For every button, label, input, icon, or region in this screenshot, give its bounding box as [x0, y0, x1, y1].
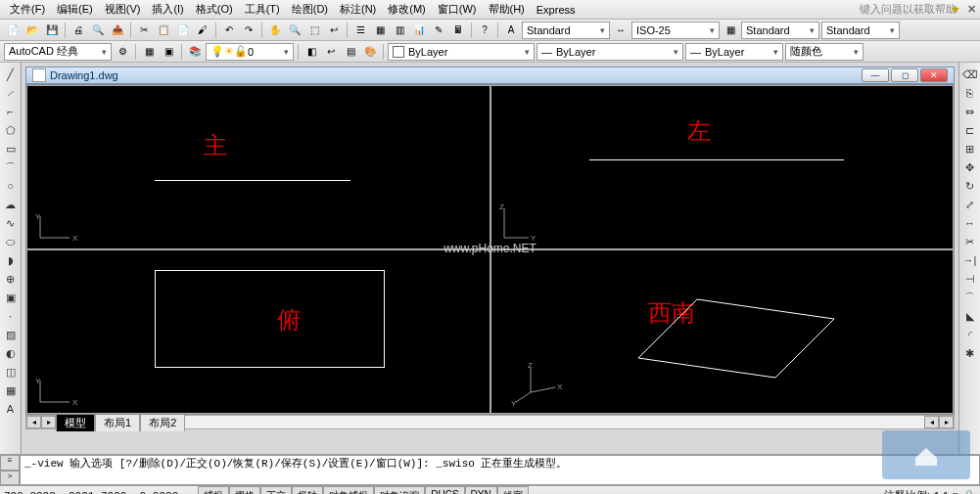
toggle-osnap[interactable]: 对象捕捉 [323, 486, 374, 495]
revcloud-icon[interactable]: ☁ [3, 197, 19, 212]
text-style-combo[interactable]: Standard [522, 22, 610, 39]
hatch-icon[interactable]: ▨ [3, 327, 19, 342]
ellipse-icon[interactable]: ⬭ [3, 234, 19, 249]
layer-match-icon[interactable]: 🎨 [361, 43, 379, 61]
zoom-window-icon[interactable]: ⬚ [305, 22, 323, 39]
break-icon[interactable]: ⊣ [962, 271, 978, 287]
app-close-icon[interactable]: ✕ [967, 3, 976, 16]
table-style-combo[interactable]: Standard [741, 22, 819, 39]
hscroll-track[interactable] [185, 416, 924, 428]
gradient-icon[interactable]: ◐ [3, 345, 19, 361]
rectangle-icon[interactable]: ▭ [3, 141, 19, 157]
tool-palette-icon[interactable]: ▥ [391, 22, 408, 39]
menu-tools[interactable]: 工具(T) [239, 0, 286, 19]
undo-icon[interactable]: ↶ [220, 22, 238, 39]
toggle-polar[interactable]: 极轴 [292, 486, 323, 495]
mirror-icon[interactable]: ⇔ [962, 104, 978, 119]
layer-iso-icon[interactable]: ◧ [303, 43, 320, 61]
paste-icon[interactable]: 📄 [174, 22, 192, 39]
join-icon[interactable]: ⌒ [962, 290, 978, 305]
toggle-otrack[interactable]: 对象追踪 [374, 486, 425, 495]
menu-insert[interactable]: 插入(I) [146, 0, 189, 19]
plotstyle-combo[interactable]: 随颜色 [785, 43, 863, 61]
toggle-snap[interactable]: 捕捉 [198, 486, 229, 495]
tab-scroll-left[interactable]: ◂ [26, 416, 41, 428]
cmd-history-icon[interactable]: ≡ [0, 455, 20, 471]
viewport-front[interactable]: 主 X Y [26, 85, 490, 249]
tab-scroll-right[interactable]: ▸ [41, 416, 56, 428]
zoom-icon[interactable]: 🔍 [286, 22, 303, 39]
ws-icon1[interactable]: ▦ [140, 43, 158, 61]
menu-edit[interactable]: 编辑(E) [51, 0, 99, 19]
toggle-ducs[interactable]: DUCS [425, 486, 464, 495]
redo-icon[interactable]: ↷ [240, 22, 257, 39]
toggle-grid[interactable]: 栅格 [229, 486, 260, 495]
pan-icon[interactable]: ✋ [266, 22, 284, 39]
line-icon[interactable]: ╱ [3, 67, 19, 82]
tab-layout2[interactable]: 布局2 [140, 414, 185, 431]
save-icon[interactable]: 💾 [43, 22, 61, 39]
copy-obj-icon[interactable]: ⎘ [962, 85, 978, 101]
menu-window[interactable]: 窗口(W) [432, 0, 483, 19]
publish-icon[interactable]: 📤 [109, 22, 126, 39]
linetype-combo[interactable]: —ByLayer [537, 43, 683, 61]
print-icon[interactable]: 🖨 [70, 22, 87, 39]
scale-icon[interactable]: ⤢ [962, 197, 978, 212]
point-icon[interactable]: · [3, 308, 19, 324]
table-style-icon[interactable]: ▦ [722, 22, 739, 39]
status-lock-icon[interactable]: 🔒 [962, 489, 976, 494]
layer-combo[interactable]: 💡 ☀ 🔓 0 [206, 43, 294, 61]
toggle-dyn[interactable]: DYN [465, 486, 497, 495]
new-icon[interactable]: 📄 [4, 22, 22, 39]
layer-state-icon[interactable]: ▤ [342, 43, 359, 61]
pline-icon[interactable]: ⌐ [3, 104, 19, 119]
properties-icon[interactable]: ☰ [351, 22, 369, 39]
arc-icon[interactable]: ⌒ [3, 159, 19, 175]
array-icon[interactable]: ⊞ [962, 141, 978, 157]
mtext-icon[interactable]: A [3, 401, 19, 417]
stretch-icon[interactable]: ↔ [962, 215, 978, 231]
text-style-icon[interactable]: A [502, 22, 520, 39]
hscroll-left[interactable]: ◂ [924, 416, 939, 428]
minimize-button[interactable]: — [862, 68, 889, 82]
cut-icon[interactable]: ✂ [135, 22, 153, 39]
cmd-prompt-icon[interactable]: > [0, 471, 20, 486]
insert-icon[interactable]: ⊕ [3, 271, 19, 287]
zoom-prev-icon[interactable]: ↩ [325, 22, 343, 39]
region-icon[interactable]: ◫ [3, 364, 19, 380]
maximize-button[interactable]: ◻ [891, 68, 918, 82]
hscroll-right[interactable]: ▸ [939, 416, 954, 428]
offset-icon[interactable]: ⊏ [962, 122, 978, 138]
tab-layout1[interactable]: 布局1 [95, 414, 140, 431]
dim-style-combo[interactable]: ISO-25 [631, 22, 720, 39]
command-input[interactable]: _-view 输入选项 [?/删除(D)/正交(O)/恢复(R)/保存(S)/设… [20, 455, 980, 485]
copy-icon[interactable]: 📋 [155, 22, 172, 39]
block-icon[interactable]: ▣ [3, 290, 19, 305]
erase-icon[interactable]: ⌫ [962, 67, 978, 82]
rotate-icon[interactable]: ↻ [962, 178, 978, 194]
viewport-left[interactable]: 左 Z Y [490, 85, 955, 249]
menu-view[interactable]: 视图(V) [99, 0, 147, 19]
ellipse-arc-icon[interactable]: ◗ [3, 252, 19, 268]
menu-dim[interactable]: 标注(N) [334, 0, 382, 19]
annot-scale[interactable]: 1:1 [934, 490, 949, 495]
polygon-icon[interactable]: ⬠ [3, 122, 19, 138]
open-icon[interactable]: 📂 [23, 22, 41, 39]
viewport-top[interactable]: 俯 X Y [26, 249, 490, 414]
annot-vis-icon[interactable]: ▾ [953, 489, 958, 494]
menu-file[interactable]: 文件(F) [4, 0, 51, 19]
star-icon[interactable]: ★ [951, 3, 960, 16]
ssm-icon[interactable]: 📊 [410, 22, 428, 39]
workspace-combo[interactable]: AutoCAD 经典 [4, 43, 112, 61]
circle-icon[interactable]: ○ [3, 178, 19, 194]
workspace-settings-icon[interactable]: ⚙ [114, 43, 131, 61]
menu-format[interactable]: 格式(O) [190, 0, 239, 19]
trim-icon[interactable]: ✂ [962, 234, 978, 249]
menu-express[interactable]: Express [531, 2, 582, 18]
layer-props-icon[interactable]: 📚 [186, 43, 204, 61]
calc-icon[interactable]: 🖩 [449, 22, 467, 39]
layer-prev-icon[interactable]: ↩ [322, 43, 340, 61]
mleader-style-combo[interactable]: Standard [821, 22, 900, 39]
chamfer-icon[interactable]: ◣ [962, 308, 978, 324]
dim-style-icon[interactable]: ↔ [612, 22, 630, 39]
